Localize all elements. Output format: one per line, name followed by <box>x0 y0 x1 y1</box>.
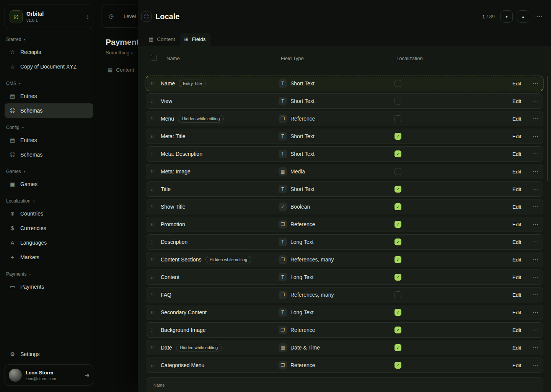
drag-handle-icon[interactable]: ⠿ <box>151 170 154 174</box>
sidebar-item-schemas[interactable]: ⌘Schemas <box>5 103 93 118</box>
row-menu-icon[interactable]: ⋯ <box>533 344 538 351</box>
localization-checkbox[interactable] <box>395 291 401 298</box>
drag-handle-icon[interactable]: ⠿ <box>151 99 154 104</box>
workspace-expander-icon[interactable]: ▴▾ <box>87 15 88 20</box>
edit-button[interactable]: Edit <box>512 222 521 227</box>
row-menu-icon[interactable]: ⋯ <box>533 203 538 210</box>
row-menu-icon[interactable]: ⋯ <box>533 80 538 87</box>
edit-button[interactable]: Edit <box>512 310 521 315</box>
drag-handle-icon[interactable]: ⠿ <box>151 222 154 227</box>
sidebar-item-games[interactable]: ▣Games <box>5 177 93 191</box>
localization-checkbox[interactable]: ✓ <box>395 327 401 333</box>
field-row[interactable]: ⠿Meta: Image▨MediaEdit⋯ <box>146 164 543 179</box>
sidebar-item-countries[interactable]: ⊕Countries <box>5 206 93 221</box>
localization-checkbox[interactable]: ✓ <box>395 256 401 263</box>
select-all-checkbox[interactable] <box>151 55 157 61</box>
field-row[interactable]: ⠿Promotion❐Reference✓Edit⋯ <box>146 217 543 232</box>
field-row[interactable]: ⠿DateHidden while editing▦Date & Time✓Ed… <box>146 340 543 355</box>
edit-button[interactable]: Edit <box>512 274 521 280</box>
field-row[interactable]: ⠿ContentTLong Text✓Edit⋯ <box>146 270 543 285</box>
sidebar-item-entries[interactable]: ▤Entries <box>5 89 93 103</box>
row-menu-icon[interactable]: ⋯ <box>533 150 538 157</box>
sidebar-item-receipts[interactable]: ☆Receipts <box>5 45 93 59</box>
sidebar-section-cms[interactable]: CMS▾ <box>6 81 92 86</box>
field-row[interactable]: ⠿ViewTShort TextEdit⋯ <box>146 93 543 109</box>
localization-checkbox[interactable]: ✓ <box>395 150 401 157</box>
field-row[interactable]: ⠿Secondary ContentTLong Text✓Edit⋯ <box>146 305 543 320</box>
field-row[interactable]: ⠿NameEntry TitleTShort TextEdit⋯ <box>146 76 543 91</box>
localization-checkbox[interactable]: ✓ <box>395 133 401 140</box>
localization-checkbox[interactable]: ✓ <box>395 238 401 245</box>
sidebar-section-games[interactable]: Games▾ <box>6 169 92 174</box>
drag-handle-icon[interactable]: ⠿ <box>151 205 154 209</box>
localization-checkbox[interactable] <box>395 115 401 122</box>
localization-checkbox[interactable]: ✓ <box>395 362 401 369</box>
logout-icon[interactable]: ⇥ <box>85 372 89 378</box>
row-menu-icon[interactable]: ⋯ <box>533 362 538 369</box>
edit-button[interactable]: Edit <box>512 257 521 263</box>
localization-checkbox[interactable]: ✓ <box>395 344 401 351</box>
row-menu-icon[interactable]: ⋯ <box>533 98 538 105</box>
field-form[interactable]: Name <box>146 377 543 392</box>
sidebar-section-payments[interactable]: Payments▾ <box>6 271 92 277</box>
drag-handle-icon[interactable]: ⠿ <box>151 187 154 192</box>
sidebar-item-copy-of-document-xyz[interactable]: ☆Copy of Document XYZ <box>5 59 93 74</box>
localization-checkbox[interactable]: ✓ <box>395 186 401 193</box>
field-row[interactable]: ⠿TitleTShort Text✓Edit⋯ <box>146 181 543 197</box>
sidebar-item-languages[interactable]: ALanguages <box>5 235 93 250</box>
next-entry-button[interactable]: ▾ <box>500 10 513 23</box>
edit-button[interactable]: Edit <box>512 292 521 298</box>
row-menu-icon[interactable]: ⋯ <box>533 274 538 281</box>
sidebar-item-markets[interactable]: ⌖Markets <box>5 250 93 265</box>
sidebar-item-settings[interactable]: ⚙ Settings <box>5 347 93 361</box>
row-menu-icon[interactable]: ⋯ <box>533 256 538 263</box>
field-row[interactable]: ⠿Meta: TitleTShort Text✓Edit⋯ <box>146 129 543 144</box>
drag-handle-icon[interactable]: ⠿ <box>151 82 154 86</box>
edit-button[interactable]: Edit <box>512 151 521 157</box>
drag-handle-icon[interactable]: ⠿ <box>151 117 154 121</box>
drag-handle-icon[interactable]: ⠿ <box>151 152 154 157</box>
tab-content[interactable]: ▦Content <box>144 33 180 46</box>
scrollbar[interactable] <box>547 76 548 181</box>
more-button[interactable]: ⋯ <box>533 10 546 23</box>
localization-checkbox[interactable]: ✓ <box>395 221 401 228</box>
drag-handle-icon[interactable]: ⠿ <box>151 363 154 368</box>
sidebar-section-config[interactable]: Config▾ <box>6 125 92 130</box>
workspace-switcher[interactable]: ∅ Orbital v1.0.1 ▴▾ <box>5 5 93 29</box>
field-row[interactable]: ⠿Categorised Menu❐Reference✓Edit⋯ <box>146 358 543 373</box>
drag-handle-icon[interactable]: ⠿ <box>151 240 154 245</box>
sidebar-section-starred[interactable]: Starred▾ <box>6 37 92 42</box>
localization-checkbox[interactable]: ✓ <box>395 203 401 210</box>
edit-button[interactable]: Edit <box>512 169 521 175</box>
prev-entry-button[interactable]: ▴ <box>517 10 529 23</box>
localization-checkbox[interactable] <box>395 168 401 175</box>
edit-button[interactable]: Edit <box>512 134 521 139</box>
edit-button[interactable]: Edit <box>512 363 521 368</box>
row-menu-icon[interactable]: ⋯ <box>533 309 538 316</box>
edit-button[interactable]: Edit <box>512 239 521 245</box>
drag-handle-icon[interactable]: ⠿ <box>151 328 154 333</box>
row-menu-icon[interactable]: ⋯ <box>533 238 538 245</box>
edit-button[interactable]: Edit <box>512 204 521 210</box>
row-menu-icon[interactable]: ⋯ <box>533 186 538 193</box>
field-row[interactable]: ⠿DescriptionTLong Text✓Edit⋯ <box>146 234 543 250</box>
drag-handle-icon[interactable]: ⠿ <box>151 310 154 315</box>
row-menu-icon[interactable]: ⋯ <box>533 221 538 228</box>
sidebar-item-payments[interactable]: ▭Payments <box>5 279 93 294</box>
tab-fields[interactable]: ⊞Fields <box>180 33 210 46</box>
drag-handle-icon[interactable]: ⠿ <box>151 346 154 350</box>
edit-button[interactable]: Edit <box>512 327 521 333</box>
edit-button[interactable]: Edit <box>512 81 521 87</box>
sidebar-item-currencies[interactable]: $Currencies <box>5 221 93 235</box>
row-menu-icon[interactable]: ⋯ <box>533 168 538 175</box>
field-row[interactable]: ⠿Content SectionsHidden while editing❐Re… <box>146 252 543 267</box>
drag-handle-icon[interactable]: ⠿ <box>151 258 154 262</box>
localization-checkbox[interactable]: ✓ <box>395 274 401 281</box>
row-menu-icon[interactable]: ⋯ <box>533 327 538 333</box>
sidebar-item-schemas[interactable]: ⌘Schemas <box>5 147 93 162</box>
sidebar-item-entries[interactable]: ▤Entries <box>5 133 93 147</box>
edit-button[interactable]: Edit <box>512 186 521 192</box>
edit-button[interactable]: Edit <box>512 345 521 351</box>
row-menu-icon[interactable]: ⋯ <box>533 291 538 298</box>
sidebar-section-localization[interactable]: Localization▾ <box>6 198 92 204</box>
